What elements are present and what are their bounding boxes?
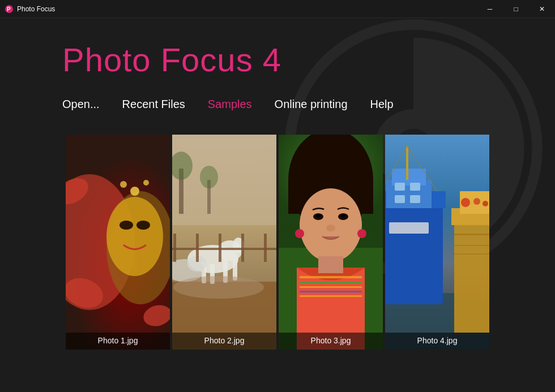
title-bar: P Photo Focus ─ □ ✕ xyxy=(0,0,555,18)
photo-item-1[interactable]: Photo 1.jpg xyxy=(66,135,170,350)
svg-rect-35 xyxy=(173,234,176,262)
svg-rect-65 xyxy=(395,183,405,191)
photo-label-1: Photo 1.jpg xyxy=(66,333,170,350)
main-content: Photo Focus 4 Open... Recent Files Sampl… xyxy=(0,18,555,392)
svg-point-22 xyxy=(200,166,218,188)
svg-text:P: P xyxy=(7,6,11,12)
svg-rect-54 xyxy=(300,282,362,283)
photo-image-2 xyxy=(172,135,276,350)
svg-point-79 xyxy=(461,198,470,207)
svg-rect-66 xyxy=(410,183,420,191)
close-button[interactable]: ✕ xyxy=(529,0,555,18)
svg-rect-68 xyxy=(410,195,420,203)
title-bar-left: P Photo Focus xyxy=(5,5,55,14)
svg-point-49 xyxy=(326,225,335,231)
svg-point-16 xyxy=(120,181,127,188)
svg-rect-34 xyxy=(172,248,276,250)
photo-item-4[interactable]: Photo 4.jpg xyxy=(385,135,489,350)
photo-grid: Photo 1.jpg xyxy=(0,114,555,350)
svg-rect-76 xyxy=(454,234,489,235)
svg-rect-39 xyxy=(264,234,267,262)
svg-rect-78 xyxy=(454,253,489,255)
svg-point-15 xyxy=(143,180,149,186)
photo-image-4 xyxy=(385,135,489,350)
photo-image-3 xyxy=(279,135,383,350)
photo-item-3[interactable]: Photo 3.jpg xyxy=(279,135,383,350)
photo-label-4: Photo 4.jpg xyxy=(385,333,489,350)
svg-point-10 xyxy=(136,221,150,230)
svg-rect-36 xyxy=(196,234,199,262)
svg-rect-71 xyxy=(454,219,489,333)
svg-point-47 xyxy=(316,214,321,217)
svg-point-81 xyxy=(483,201,488,206)
nav-online-printing[interactable]: Online printing xyxy=(263,94,359,114)
photo-image-1 xyxy=(66,135,170,350)
svg-rect-58 xyxy=(318,256,343,273)
svg-point-33 xyxy=(173,276,264,299)
svg-rect-77 xyxy=(454,245,489,246)
svg-rect-18 xyxy=(172,135,276,225)
window-controls: ─ □ ✕ xyxy=(477,0,555,18)
svg-rect-53 xyxy=(300,276,362,278)
nav-open[interactable]: Open... xyxy=(57,94,111,114)
svg-point-9 xyxy=(119,221,133,230)
app-title: Photo Focus 4 xyxy=(0,18,555,79)
svg-rect-57 xyxy=(300,295,362,297)
maximize-button[interactable]: □ xyxy=(503,0,529,18)
svg-rect-37 xyxy=(219,234,221,262)
svg-point-50 xyxy=(295,229,304,238)
nav-samples[interactable]: Samples xyxy=(197,94,263,114)
svg-point-51 xyxy=(357,229,366,238)
svg-rect-61 xyxy=(385,203,443,304)
nav-help[interactable]: Help xyxy=(359,94,405,114)
svg-point-14 xyxy=(130,187,139,196)
app-icon: P xyxy=(5,5,14,14)
svg-rect-55 xyxy=(300,286,362,288)
svg-rect-70 xyxy=(406,146,408,180)
photo-item-2[interactable]: Photo 2.jpg xyxy=(172,135,276,350)
svg-rect-67 xyxy=(395,195,405,203)
svg-point-80 xyxy=(473,198,480,205)
nav-menu: Open... Recent Files Samples Online prin… xyxy=(0,79,555,114)
photo-label-2: Photo 2.jpg xyxy=(172,333,276,350)
svg-rect-56 xyxy=(300,291,362,292)
svg-point-8 xyxy=(106,197,163,276)
photo-label-3: Photo 3.jpg xyxy=(279,333,383,350)
minimize-button[interactable]: ─ xyxy=(477,0,503,18)
svg-rect-38 xyxy=(241,234,244,262)
svg-point-48 xyxy=(341,214,345,217)
nav-recent-files[interactable]: Recent Files xyxy=(111,94,197,114)
titlebar-text: Photo Focus xyxy=(17,5,55,13)
svg-rect-69 xyxy=(389,222,429,234)
